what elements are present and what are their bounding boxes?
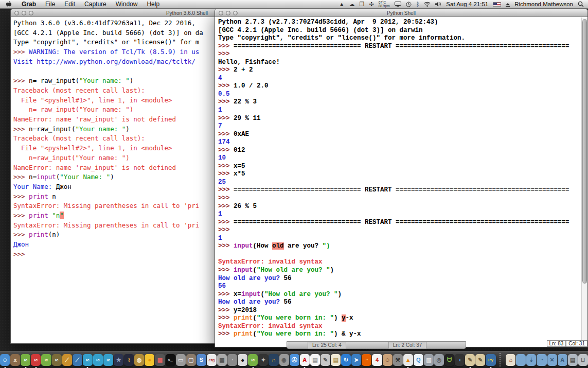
menu-item-grab[interactable]: Grab — [17, 0, 41, 9]
dock-icon-folder-a[interactable]: A — [558, 354, 567, 366]
dock-icon-calculator[interactable]: ▦ — [217, 354, 227, 366]
shell-line: 1 — [218, 211, 581, 219]
dock-icon-gear-app[interactable]: ◎ — [434, 354, 444, 366]
dock-icon-livecode-blue-3[interactable]: lc — [103, 354, 113, 366]
eject-icon[interactable] — [506, 3, 510, 5]
dock-icon-sync-app[interactable]: ↻ — [341, 354, 351, 366]
dock-icon-classic-mac[interactable]: ▢ — [186, 354, 196, 366]
dock-icon-app-bear[interactable]: ᴥ — [10, 354, 20, 366]
shell-line: >>> ================================= RE… — [218, 186, 581, 195]
dock-icon-vlc[interactable]: ▲ — [403, 354, 413, 366]
dock-icon-finder[interactable]: ☺ — [0, 354, 10, 366]
dock-icon-folder-plain[interactable] — [516, 354, 526, 366]
shell-line: Hello, Fishface! — [218, 59, 581, 67]
dock-icon-thunderbird[interactable]: ➤ — [351, 354, 361, 366]
fast-user-switching-name[interactable]: Richmond Mathewson — [514, 1, 573, 7]
zoom-button[interactable] — [29, 11, 33, 15]
dock-icon-pen-ruler-app[interactable]: ✎ — [320, 354, 330, 366]
dock-icon-tool-app[interactable]: ⚒ — [393, 354, 403, 366]
vertical-scrollbar[interactable] — [581, 17, 587, 340]
dock-icon-spade-app[interactable]: ♠ — [238, 354, 247, 366]
dock-icon-folder-recent[interactable]: ◔ — [537, 354, 546, 366]
cloud-icon[interactable]: ☁ — [349, 0, 355, 9]
dock-icon-documents-stack[interactable]: ▤ — [568, 354, 578, 366]
volume-icon[interactable] — [435, 2, 441, 7]
shell-line: >>> print("You were born in: ") & y-x — [218, 330, 581, 339]
scrollbar-thumb[interactable] — [582, 19, 587, 284]
dock-icon-livecode-blue-1[interactable]: lc — [83, 354, 93, 366]
wifi-icon[interactable] — [424, 2, 431, 7]
menu-item-window[interactable]: Window — [111, 0, 142, 9]
python2-shell-titlebar[interactable]: Python Shell — [215, 9, 587, 17]
dock-icon-calendar[interactable]: 4 — [372, 354, 382, 366]
menu-item-help[interactable]: Help — [142, 0, 164, 9]
dock-icon-livecode-community[interactable]: lc — [248, 354, 258, 366]
shell-line: 1 — [218, 107, 581, 115]
vlc-cone-icon[interactable]: ▲ — [339, 0, 345, 9]
dock-icon-wand-app[interactable]: ≀ — [124, 354, 134, 366]
menu-item-file[interactable]: File — [41, 0, 60, 9]
dock-icon-mouse-app[interactable]: ∙ — [227, 354, 237, 366]
bluetooth-icon[interactable]: ᛒ — [416, 0, 420, 9]
time-machine-clock-icon[interactable] — [406, 2, 412, 7]
dock-icon-text-document[interactable]: ▤ — [310, 354, 320, 366]
dock-icon-terminal[interactable]: >_ — [166, 354, 175, 366]
zoom-button[interactable] — [233, 11, 238, 15]
dock-icon-grid-app[interactable]: ▦ — [155, 354, 165, 366]
dock-icon-graphics-app[interactable]: ✦ — [258, 354, 268, 366]
close-button[interactable] — [219, 11, 223, 15]
minimize-button[interactable] — [226, 11, 230, 15]
dock-icon-textwrangler[interactable]: ✎ — [465, 354, 475, 366]
dock-icon-efg-app[interactable]: efg — [207, 354, 217, 366]
dock-icon-photo-s-app[interactable]: S — [197, 354, 206, 366]
dock-icon-app-store[interactable]: Ⓐ — [290, 354, 299, 366]
menu-item-edit[interactable]: Edit — [60, 0, 80, 9]
spotlight-search-icon[interactable] — [578, 1, 584, 7]
dock: ☺ᴥlclclclc⟋⟋lclclc★≀◍●▦>_▭▢Sefg▦∙♠lc✦∩◉Ⓐ… — [0, 351, 588, 368]
apple-menu[interactable] — [0, 1, 17, 8]
dock-icon-badge-app[interactable]: ◉ — [279, 354, 289, 366]
dock-icon-android-tool[interactable]: ᗢ — [444, 354, 454, 366]
display-icon[interactable] — [395, 2, 401, 7]
dock-icon-audacity[interactable]: ∩ — [269, 354, 278, 366]
dock-icon-star-app[interactable]: ★ — [114, 354, 123, 366]
python2-shell-text-area[interactable]: Python 2.7.3 (v2.7.3:70274d53c1dd, Apr 9… — [215, 17, 581, 340]
dock-icon-livecode-red[interactable]: lc — [31, 354, 41, 366]
menu-bar-clock[interactable]: Sat Aug 4 21:51 — [446, 1, 488, 7]
shell-line: >>> x=5 — [218, 163, 581, 171]
dock-icon-disk-utility[interactable]: ▭ — [176, 354, 186, 366]
shell-line: Type "copyright", "credits" or "license(… — [218, 34, 581, 43]
dock-icon-folder-x[interactable]: ✕ — [547, 354, 557, 366]
dock-icon-livecode-green-2[interactable]: lc — [41, 354, 51, 366]
dock-icon-livecode-blue-2[interactable]: lc — [93, 354, 103, 366]
minimize-button[interactable] — [22, 11, 26, 15]
dock-icon-livecode-olive[interactable]: lc — [52, 354, 62, 366]
dock-icon-feather-blue[interactable]: ⟋ — [73, 354, 82, 366]
dock-icon-trash[interactable]: ⊔ — [578, 354, 588, 366]
keyboard-layout-flag-icon[interactable] — [493, 2, 501, 7]
dock-icon-screenshot-app[interactable]: ▧ — [424, 354, 434, 366]
dock-divider — [500, 353, 504, 366]
python2-shell-window[interactable]: Python Shell Python 2.7.3 (v2.7.3:70274d… — [215, 9, 588, 347]
dock-icon-dark-media-app[interactable]: ◖ — [455, 354, 465, 366]
dock-icon-folder-downloads[interactable]: ⇣ — [526, 354, 536, 366]
dock-icon-notes-app[interactable]: ▤ — [331, 354, 341, 366]
shell-line: SyntaxError: invalid syntax — [218, 323, 581, 331]
dock-icon-quicktime[interactable]: Q — [414, 354, 423, 366]
close-button[interactable] — [14, 11, 19, 15]
window-manager-icon[interactable]: ❒ — [360, 0, 365, 9]
shape-utility-icon[interactable]: ✣ — [369, 0, 373, 9]
dock-icon-rubber-duck[interactable]: ● — [145, 354, 154, 366]
dock-icon-acrobat-reader[interactable]: A — [300, 354, 310, 366]
dock-icon-livecode-green[interactable]: lc — [21, 354, 30, 366]
menu-item-capture[interactable]: Capture — [80, 0, 111, 9]
dock-icon-text-editor-2[interactable]: ✎ — [475, 354, 485, 366]
shell-line: 56 — [218, 283, 581, 291]
hardware-monitor[interactable]: 67°C 887rpm — [379, 1, 390, 8]
dock-icon-home-folder[interactable]: ⌂ — [506, 354, 515, 366]
dock-icon-globe-app[interactable]: ◍ — [134, 354, 144, 366]
dock-icon-python-idle[interactable]: Py — [486, 354, 495, 366]
dock-icon-face-app[interactable]: ☺ — [383, 354, 393, 366]
dock-icon-firefox[interactable]: ◔ — [362, 354, 371, 366]
dock-icon-feather-gold[interactable]: ⟋ — [62, 354, 72, 366]
